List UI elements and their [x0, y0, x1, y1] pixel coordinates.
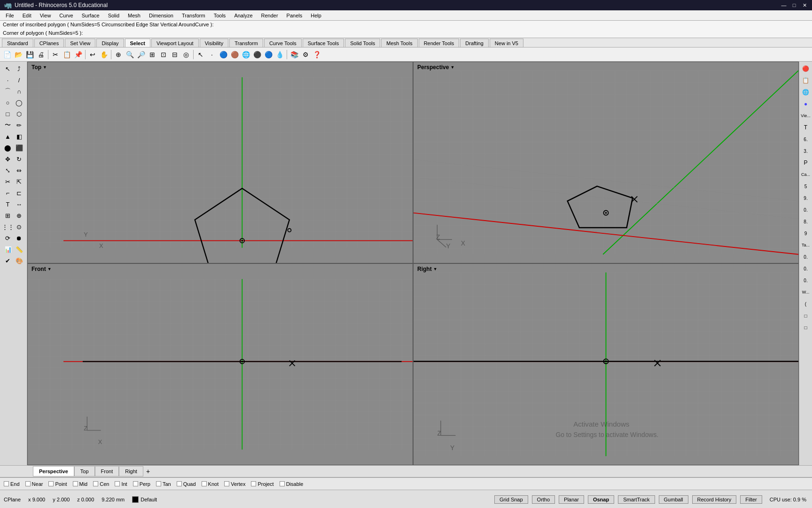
toolbar-tab-surface-tools[interactable]: Surface Tools — [303, 39, 344, 47]
snap-cb-disable[interactable] — [280, 481, 285, 486]
snap-cb-project[interactable] — [251, 481, 256, 486]
rp-blue-icon[interactable]: ● — [801, 99, 811, 109]
menu-dimension[interactable]: Dimension — [145, 12, 177, 19]
globe-icon[interactable]: 🌐 — [241, 49, 251, 60]
toolbar-tab-select[interactable]: Select — [125, 39, 150, 47]
rp-ta-icon[interactable]: Ta... — [801, 240, 811, 250]
rect-tool[interactable]: □ — [3, 109, 13, 119]
toolbar-tab-set-view[interactable]: Set View — [65, 39, 95, 47]
status-btn-gumball[interactable]: Gumball — [659, 495, 688, 504]
vp-tab-front[interactable]: Front — [95, 466, 119, 476]
rp-8-icon[interactable]: 8. — [801, 216, 811, 227]
curve-tool[interactable]: 〜 — [3, 120, 13, 130]
paste-icon[interactable]: 📌 — [73, 49, 83, 60]
viewport-perspective[interactable]: Perspective ▼ — [413, 62, 799, 263]
snap-cb-cen[interactable] — [93, 481, 98, 486]
menu-surface[interactable]: Surface — [78, 12, 103, 19]
measure-tool[interactable]: 📏 — [14, 244, 24, 254]
status-btn-osnap[interactable]: Osnap — [588, 495, 614, 504]
rp-w-icon[interactable]: W... — [801, 287, 811, 297]
viewport-front-label[interactable]: Front ▼ — [31, 266, 52, 272]
snap-cb-mid[interactable] — [73, 481, 78, 486]
material-icon[interactable]: 🔵 — [263, 49, 273, 60]
new-icon[interactable]: 📄 — [2, 49, 12, 60]
snap-cb-perp[interactable] — [133, 481, 138, 486]
toolbar-tab-drafting[interactable]: Drafting — [460, 39, 489, 47]
record-tool[interactable]: ⏺ — [14, 233, 24, 243]
menu-solid[interactable]: Solid — [104, 12, 123, 19]
rp-sq2-icon[interactable]: □ — [801, 322, 811, 333]
zoom-window-icon[interactable]: ⊞ — [147, 49, 157, 60]
snap-cb-near[interactable] — [25, 481, 31, 486]
viewport-right-label[interactable]: Right ▼ — [417, 266, 437, 272]
toolbar-tab-cplanes[interactable]: CPlanes — [34, 39, 64, 47]
paint-tool[interactable]: 🎨 — [14, 255, 24, 266]
grid-icon[interactable]: ⊟ — [170, 49, 180, 60]
sphere-icon[interactable]: ⚫ — [252, 49, 262, 60]
vp-tab-right[interactable]: Right — [119, 466, 143, 476]
extrude-tool[interactable]: ▲ — [3, 131, 13, 142]
rp-view-icon[interactable]: Vie... — [801, 111, 811, 121]
snap-end[interactable]: End — [4, 481, 20, 487]
freehand-tool[interactable]: ✏ — [14, 120, 24, 130]
rp-6-icon[interactable]: 6. — [801, 134, 811, 144]
snap-tan[interactable]: Tan — [156, 481, 171, 487]
undo-icon[interactable]: ↩ — [87, 49, 98, 60]
toolbar-tab-solid-tools[interactable]: Solid Tools — [345, 39, 380, 47]
toolbar-tab-new-in-v5[interactable]: New in V5 — [490, 39, 523, 47]
select-sub[interactable]: ⤴ — [14, 64, 24, 74]
snap-near[interactable]: Near — [25, 481, 43, 487]
snap-cb-vertex[interactable] — [224, 481, 229, 486]
rp-p-icon[interactable]: P — [801, 158, 811, 168]
rp-0c-icon[interactable]: 0. — [801, 263, 811, 274]
rp-0d-icon[interactable]: 0. — [801, 275, 811, 286]
toolbar-tab-standard[interactable]: Standard — [2, 39, 33, 47]
toolbar-tab-mesh-tools[interactable]: Mesh Tools — [381, 39, 417, 47]
vp-tab-add[interactable]: + — [143, 467, 153, 476]
rp-9b-icon[interactable]: 9 — [801, 228, 811, 238]
menu-curve[interactable]: Curve — [55, 12, 77, 19]
osnap-icon[interactable]: ⊙ — [14, 222, 24, 232]
minimize-button[interactable]: — — [780, 1, 788, 9]
status-btn-grid-snap[interactable]: Grid Snap — [494, 495, 528, 504]
toolbar-tab-curve-tools[interactable]: Curve Tools — [264, 39, 302, 47]
trim-tool[interactable]: ✂ — [3, 176, 13, 187]
rendered-icon[interactable]: 🟤 — [229, 49, 240, 60]
rp-ca-icon[interactable]: Ca... — [801, 169, 811, 180]
menu-transform[interactable]: Transform — [178, 12, 209, 19]
status-btn-smarttrack[interactable]: SmartTrack — [618, 495, 655, 504]
rp-clipboard-icon[interactable]: 📋 — [801, 75, 811, 86]
rp-t-icon[interactable]: T — [801, 122, 811, 133]
snap-icon[interactable]: ◎ — [181, 49, 191, 60]
snap-perp[interactable]: Perp — [133, 481, 150, 487]
rotate-tool[interactable]: ↻ — [14, 154, 24, 164]
check-tool[interactable]: ✔ — [3, 255, 13, 266]
snap-cb-point[interactable] — [48, 481, 54, 486]
ellipse-tool[interactable]: ◯ — [14, 97, 24, 108]
extend-tool[interactable]: ⇱ — [14, 176, 24, 187]
close-button[interactable]: ✕ — [801, 1, 808, 9]
polygon-tool[interactable]: ⬡ — [14, 109, 24, 119]
viewport-perspective-label[interactable]: Perspective ▼ — [417, 64, 454, 71]
select-icon[interactable]: ↖ — [195, 49, 206, 60]
text-tool[interactable]: T — [3, 199, 13, 209]
vp-tab-perspective[interactable]: Perspective — [33, 466, 74, 476]
insert-tool[interactable]: ⊕ — [14, 210, 24, 221]
menu-render[interactable]: Render — [258, 12, 282, 19]
point-tool[interactable]: · — [3, 75, 13, 85]
toolbar-tab-render-tools[interactable]: Render Tools — [419, 39, 460, 47]
save-icon[interactable]: 💾 — [24, 49, 35, 60]
sphere3d-tool[interactable]: ⬤ — [3, 143, 13, 153]
zoom-out-icon[interactable]: 🔎 — [136, 49, 146, 60]
menu-edit[interactable]: Edit — [19, 12, 35, 19]
rp-9a-icon[interactable]: 9. — [801, 193, 811, 203]
snap-cen[interactable]: Cen — [93, 481, 109, 487]
viewport-top[interactable]: Top ▼ — [27, 62, 413, 263]
menu-analyze[interactable]: Analyze — [230, 12, 256, 19]
fillet-tool[interactable]: ⌐ — [3, 188, 13, 198]
titlebar-controls[interactable]: — □ ✕ — [780, 1, 808, 9]
line-tool[interactable]: / — [14, 75, 24, 85]
zoom-in-icon[interactable]: 🔍 — [125, 49, 135, 60]
snap-cb-int[interactable] — [115, 481, 120, 486]
open-icon[interactable]: 📂 — [13, 49, 23, 60]
